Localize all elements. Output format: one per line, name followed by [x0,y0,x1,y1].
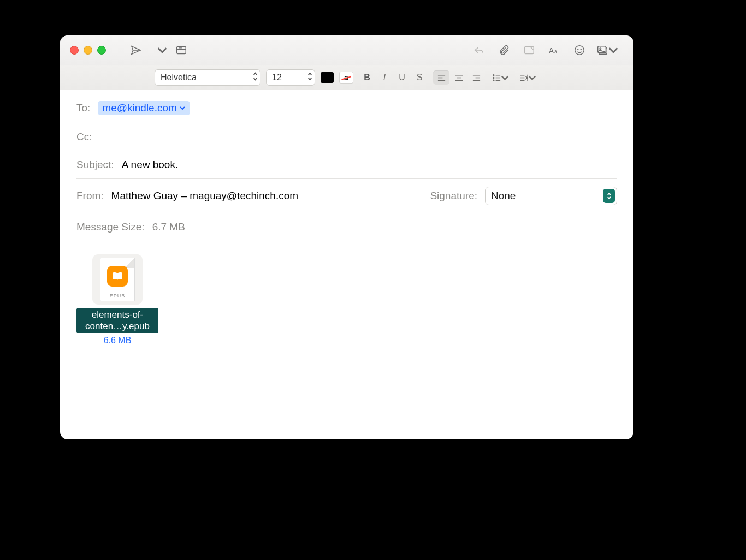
signature-label: Signature: [430,190,477,202]
format-button[interactable]: Aa [542,41,567,59]
bold-button[interactable]: B [359,70,375,85]
subject-value: A new book. [122,159,179,171]
zoom-window-button[interactable] [97,46,106,55]
file-type-badge: EPUB [100,293,134,299]
chevron-down-icon [179,105,186,111]
photo-icon [596,44,608,56]
minimize-window-button[interactable] [84,46,92,55]
text-style-group: B I U S [359,70,428,85]
strike-button[interactable]: S [411,70,428,85]
attachment-thumbnail: EPUB [92,254,143,305]
header-fields-button[interactable] [169,41,194,59]
signature-value: None [491,190,516,202]
indent-button[interactable] [517,70,539,85]
titlebar: Aa [60,35,633,65]
reply-icon [473,44,485,56]
signature-select[interactable]: None [485,187,617,205]
header-fields: To: me@kindle.com Cc: Subject: A new boo… [60,90,633,241]
list-header-icon [175,44,187,56]
size-label: Message Size: [76,221,145,233]
subject-label: Subject: [76,159,114,171]
send-button[interactable] [123,41,149,59]
chevron-down-icon [528,73,537,82]
svg-text:a: a [554,49,558,55]
size-row: Message Size: 6.7 MB [76,213,617,241]
list-style-button[interactable] [490,70,512,85]
markup-icon [523,44,535,56]
svg-point-23 [493,80,494,81]
align-group [433,70,484,85]
align-right-icon [472,73,481,82]
svg-point-7 [578,49,578,50]
svg-point-22 [493,77,494,78]
align-left-icon [437,73,446,82]
underline-button[interactable]: U [394,70,410,85]
send-options-button[interactable] [156,41,169,59]
to-label: To: [76,102,90,114]
align-center-icon [454,73,464,82]
attach-button[interactable] [492,41,517,59]
svg-text:A: A [549,47,554,55]
align-center-button[interactable] [451,70,467,85]
from-value[interactable]: Matthew Guay – maguay@techinch.com [111,190,298,202]
photo-browser-button[interactable] [592,41,624,59]
cc-label: Cc: [76,131,92,143]
to-row[interactable]: To: me@kindle.com [76,93,617,123]
reply-button[interactable] [466,41,492,59]
paperclip-icon [498,44,510,56]
select-arrows-icon [603,189,615,203]
size-value: 6.7 MB [152,221,185,233]
align-left-button[interactable] [433,70,449,85]
font-size-select[interactable]: 12 [266,69,315,86]
emoji-button[interactable] [567,41,592,59]
recipient-email: me@kindle.com [102,102,177,114]
align-right-button[interactable] [468,70,484,85]
toolbar-separator [152,44,152,56]
svg-point-6 [575,46,584,55]
emoji-icon [573,44,585,56]
from-label: From: [76,190,104,202]
font-size-value: 12 [272,73,282,82]
close-window-button[interactable] [70,46,79,55]
cc-row[interactable]: Cc: [76,123,617,151]
text-color-button[interactable] [321,72,334,83]
message-body[interactable]: EPUB elements-of-conten…y.epub 6.6 MB [60,241,633,439]
attachment[interactable]: EPUB elements-of-conten…y.epub 6.6 MB [76,254,158,345]
text-format-icon: Aa [548,44,560,56]
paper-plane-icon [130,44,142,56]
bg-color-button[interactable]: a [339,72,353,84]
chevron-down-icon [607,44,619,56]
chevron-down-icon [500,73,510,82]
svg-point-8 [581,49,581,50]
attachment-filesize: 6.6 MB [76,336,158,345]
from-row: From: Matthew Guay – maguay@techinch.com… [76,179,617,213]
subject-row[interactable]: Subject: A new book. [76,151,617,179]
book-icon [107,266,128,287]
svg-rect-3 [525,47,534,54]
stepper-arrows-icon [307,72,312,81]
font-family-value: Helvetica [161,73,197,82]
window-controls [70,46,106,55]
stepper-arrows-icon [253,72,258,81]
recipient-chip[interactable]: me@kindle.com [98,101,190,115]
markup-button[interactable] [517,41,542,59]
chevron-down-icon [156,44,168,56]
italic-button[interactable]: I [376,70,393,85]
format-bar: Helvetica 12 a B I U S [60,65,633,90]
attachment-filename: elements-of-conten…y.epub [76,308,158,333]
font-family-select[interactable]: Helvetica [155,69,260,86]
svg-point-21 [493,74,494,75]
compose-window: Aa Helvetica 12 a B I [60,35,633,439]
